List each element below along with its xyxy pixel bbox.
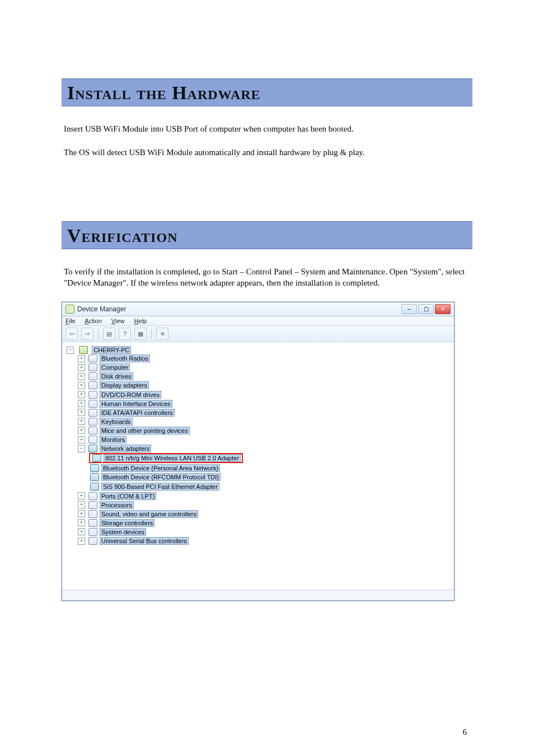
- adapter-icon: [90, 483, 99, 491]
- processor-icon: [88, 501, 97, 509]
- toolbar-forward-button[interactable]: ⇨: [81, 328, 93, 340]
- close-button[interactable]: ✕: [435, 304, 451, 314]
- tree-subitem-highlight[interactable]: 802.11 n/b/g Mini Wireless LAN USB 2.0 A…: [89, 452, 452, 464]
- tree-item[interactable]: +Ports (COM & LPT): [78, 492, 452, 501]
- expand-icon[interactable]: +: [78, 510, 85, 517]
- menu-help[interactable]: Help: [134, 318, 147, 324]
- expand-icon[interactable]: +: [78, 391, 85, 398]
- expand-icon[interactable]: +: [78, 418, 85, 425]
- expand-icon[interactable]: +: [78, 492, 85, 500]
- display-icon: [88, 381, 97, 389]
- tree-item[interactable]: +Universal Serial Bus controllers: [78, 536, 452, 545]
- install-paragraph-1: Insert USB WiFi Module into USB Port of …: [64, 123, 470, 134]
- minimize-button[interactable]: –: [401, 304, 417, 314]
- collapse-icon[interactable]: −: [67, 347, 74, 354]
- tree-subitem[interactable]: Bluetooth Device (RFCOMM Protocol TDI): [89, 473, 452, 482]
- menu-file[interactable]: FFileile: [65, 318, 76, 324]
- tree-item[interactable]: +Human Interface Devices: [78, 399, 452, 408]
- tree-item[interactable]: +Disk drives: [78, 372, 452, 381]
- heading-verification: Verification: [62, 221, 472, 249]
- tree-item-network[interactable]: −Network adapters 802.11 n/b/g Mini Wire…: [78, 444, 452, 491]
- tree-item[interactable]: +Storage controllers: [78, 519, 452, 528]
- toolbar-back-button[interactable]: ⇦: [65, 328, 78, 340]
- menu-action[interactable]: Action: [85, 318, 102, 324]
- expand-icon[interactable]: +: [78, 427, 85, 434]
- toolbar: ⇦ ⇨ ▤ ? ▦ ✳: [62, 326, 454, 342]
- tree-item[interactable]: +Processors: [78, 501, 452, 510]
- tree-item[interactable]: +System devices: [78, 528, 452, 536]
- mouse-icon: [88, 427, 97, 435]
- keyboard-icon: [88, 418, 97, 426]
- expand-icon[interactable]: +: [78, 519, 85, 526]
- usb-icon: [88, 537, 97, 545]
- highlight-box: 802.11 n/b/g Mini Wireless LAN USB 2.0 A…: [89, 453, 243, 463]
- tree-item[interactable]: +DVD/CD-ROM drives: [78, 390, 452, 399]
- menu-view[interactable]: View: [111, 318, 125, 324]
- tree-subitem[interactable]: SiS 900-Based PCI Fast Ethernet Adapter: [89, 482, 452, 491]
- toolbar-btn-4[interactable]: ✳: [156, 328, 168, 340]
- heading-install-text: Install the Hardware: [67, 82, 467, 104]
- tree-item[interactable]: +Mice and other pointing devices: [78, 426, 452, 435]
- expand-icon[interactable]: +: [78, 400, 85, 407]
- root-label: CHERRY-PC: [92, 346, 131, 354]
- computer-icon: [79, 346, 88, 354]
- collapse-icon[interactable]: −: [78, 445, 85, 452]
- expand-icon[interactable]: +: [78, 355, 85, 362]
- monitor-icon: [88, 436, 97, 444]
- heading-verification-text: Verification: [67, 225, 467, 246]
- sound-icon: [88, 510, 97, 518]
- toolbar-btn-1[interactable]: ▤: [103, 328, 115, 340]
- page-number: 6: [463, 727, 467, 737]
- heading-install: Install the Hardware: [62, 78, 472, 106]
- install-paragraph-2: The OS will detect USB WiFi Module autom…: [64, 147, 470, 158]
- tree-item[interactable]: +Display adapters: [78, 381, 452, 390]
- window-icon: [65, 305, 74, 314]
- tree-item[interactable]: +Keyboards: [78, 417, 452, 426]
- adapter-icon: [90, 473, 99, 481]
- ports-icon: [88, 492, 97, 500]
- expand-icon[interactable]: +: [78, 436, 85, 444]
- hid-icon: [88, 400, 97, 408]
- expand-icon[interactable]: +: [78, 364, 85, 371]
- tree-item[interactable]: +Computer: [78, 363, 452, 372]
- tree-subitem[interactable]: Bluetooth Device (Personal Area Network): [89, 464, 452, 473]
- window-titlebar[interactable]: Device Manager – ▢ ✕: [62, 302, 454, 316]
- tree-item[interactable]: +Bluetooth Radios: [78, 354, 452, 363]
- tree-item[interactable]: +IDE ATA/ATAPI controllers: [78, 408, 452, 417]
- device-tree[interactable]: − CHERRY-PC +Bluetooth Radios +Computer …: [62, 342, 454, 590]
- dvd-icon: [88, 391, 97, 399]
- device-manager-window: Device Manager – ▢ ✕ FFileile Action Vie…: [62, 302, 455, 601]
- storage-icon: [88, 519, 97, 527]
- toolbar-btn-3[interactable]: ▦: [134, 328, 147, 340]
- network-icon: [88, 445, 97, 452]
- expand-icon[interactable]: +: [78, 382, 85, 389]
- computer-icon: [88, 363, 97, 371]
- bluetooth-icon: [88, 354, 97, 362]
- expand-icon[interactable]: +: [78, 373, 85, 380]
- tree-root[interactable]: − CHERRY-PC +Bluetooth Radios +Computer …: [67, 346, 452, 546]
- tree-item[interactable]: +Monitors: [78, 435, 452, 444]
- verification-paragraph: To verify if the installation is complet…: [64, 266, 470, 289]
- expand-icon[interactable]: +: [78, 528, 85, 535]
- expand-icon[interactable]: +: [78, 501, 85, 508]
- tree-item[interactable]: +Sound, video and game controllers: [78, 510, 452, 519]
- maximize-button[interactable]: ▢: [418, 304, 434, 314]
- status-bar: [62, 590, 454, 600]
- ide-icon: [88, 409, 97, 417]
- expand-icon[interactable]: +: [78, 409, 85, 416]
- menu-bar: FFileile Action View Help: [62, 316, 454, 326]
- adapter-icon: [92, 454, 101, 462]
- expand-icon[interactable]: +: [78, 538, 85, 545]
- toolbar-btn-2[interactable]: ?: [119, 328, 131, 340]
- window-title: Device Manager: [77, 305, 401, 313]
- system-icon: [88, 528, 97, 536]
- adapter-icon: [90, 464, 99, 472]
- disk-icon: [88, 372, 97, 380]
